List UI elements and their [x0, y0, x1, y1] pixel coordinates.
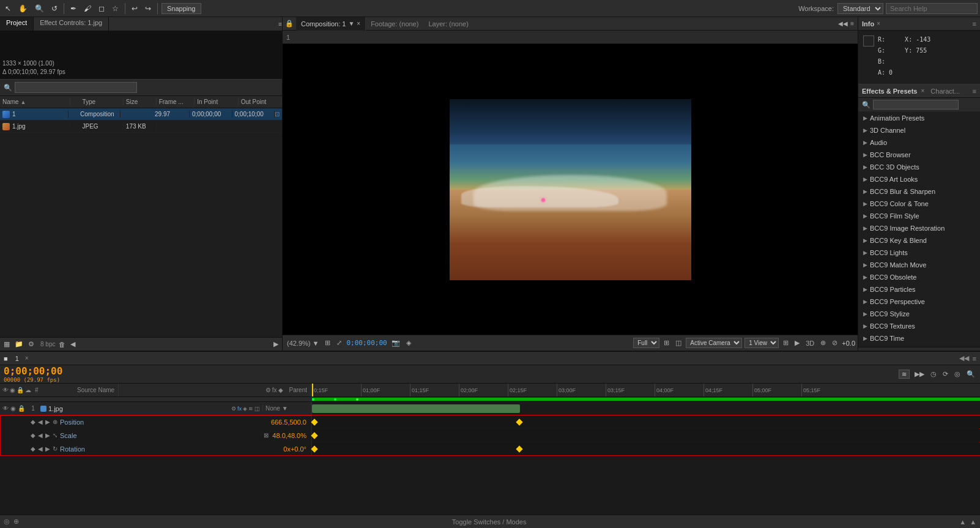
- eraser-tool[interactable]: ◻: [96, 3, 107, 14]
- effect-controls-tab[interactable]: Effect Controls: 1.jpg: [34, 17, 109, 31]
- effect-item-animation-presets[interactable]: ▶ Animation Presets: [858, 112, 980, 124]
- effect-item-bcc9-obsolete[interactable]: ▶ BCC9 Obsolete: [858, 271, 980, 283]
- grid-btn[interactable]: ⊞: [662, 339, 671, 347]
- new-item-btn[interactable]: ▦: [2, 340, 11, 348]
- key-diamond-left-pos[interactable]: ◆: [31, 418, 35, 425]
- effects-close-btn[interactable]: ×: [921, 87, 925, 94]
- effect-item-bcc9-particles[interactable]: ▶ BCC9 Particles: [858, 283, 980, 296]
- nav-left-btn[interactable]: ◀: [69, 340, 76, 348]
- position-value[interactable]: 666.5,500.0: [271, 418, 306, 426]
- nav-right-btn[interactable]: ▶: [272, 340, 280, 348]
- key-rot-end[interactable]: [516, 445, 522, 452]
- effect-item-bcc9-key[interactable]: ▶ BCC9 Key & Blend: [858, 234, 980, 247]
- next-key-rot[interactable]: ▶: [45, 445, 50, 452]
- layer-solo-0[interactable]: ◉: [10, 405, 16, 412]
- tl-ram-preview-btn[interactable]: ▶▶: [913, 370, 926, 378]
- mask-btn[interactable]: ⊘: [830, 339, 839, 347]
- next-key-sc[interactable]: ▶: [45, 432, 50, 439]
- effects-menu-btn[interactable]: ≡: [973, 87, 976, 95]
- viewer-close-btn[interactable]: ≡: [850, 20, 854, 27]
- effect-item-bcc9-image[interactable]: ▶ BCC9 Image Restoration: [858, 222, 980, 234]
- 3d-btn[interactable]: 3D: [804, 340, 816, 347]
- prev-key-rot[interactable]: ◀: [38, 445, 43, 452]
- timeline-close-btn[interactable]: ×: [25, 355, 29, 362]
- composition-tab[interactable]: Composition: 1 ▼ ×: [296, 17, 366, 31]
- tl-scroll-right[interactable]: ▲: [970, 518, 976, 526]
- project-search-input[interactable]: [15, 82, 137, 93]
- info-menu-btn[interactable]: ≡: [973, 20, 976, 28]
- overlay-btn[interactable]: ◈: [404, 339, 413, 347]
- effect-item-bcc9-match[interactable]: ▶ BCC9 Match Move: [858, 259, 980, 271]
- effect-item-bcc9-lights[interactable]: ▶ BCC9 Lights: [858, 247, 980, 259]
- hand-tool[interactable]: ✋: [16, 3, 30, 14]
- col-type[interactable]: Type: [80, 99, 123, 105]
- layer-eye-0[interactable]: 👁: [2, 405, 9, 412]
- tl-solo-btn[interactable]: ◎: [953, 370, 962, 378]
- col-frame[interactable]: Frame ...: [157, 99, 195, 105]
- search-help-input[interactable]: [886, 3, 978, 14]
- effect-item-bcc-browser[interactable]: ▶ BCC Browser: [858, 149, 980, 161]
- zoom-tool[interactable]: 🔍: [32, 3, 46, 14]
- zoom-ctrl-btn[interactable]: (42.9%) ▼: [285, 340, 321, 347]
- pen-tool[interactable]: ✒: [68, 3, 79, 14]
- snapping-btn[interactable]: Snapping: [161, 3, 201, 14]
- select-tool[interactable]: ↖: [2, 3, 13, 14]
- key-rot-start[interactable]: [311, 445, 317, 452]
- project-tab[interactable]: Project: [0, 17, 34, 31]
- key-diamond-left-rot[interactable]: ◆: [31, 445, 35, 452]
- effect-item-bcc9-time[interactable]: ▶ BCC9 Time: [858, 332, 980, 344]
- layer-lock-0[interactable]: 🔒: [18, 405, 25, 412]
- effect-item-3d-channel[interactable]: ▶ 3D Channel: [858, 124, 980, 136]
- key-pos-end[interactable]: [516, 418, 522, 425]
- effect-item-bcc9-stylize[interactable]: ▶ BCC9 Stylize: [858, 308, 980, 320]
- effect-item-bcc9-textures[interactable]: ▶ BCC9 Textures: [858, 320, 980, 332]
- effect-item-audio[interactable]: ▶ Audio: [858, 136, 980, 149]
- parent-dropdown[interactable]: None ▼: [265, 405, 288, 412]
- next-key-pos[interactable]: ▶: [45, 418, 50, 425]
- left-panel-close[interactable]: ≡: [278, 17, 282, 31]
- quality-select[interactable]: Full: [633, 338, 659, 348]
- tl-bottom-btn1[interactable]: ◎: [4, 518, 10, 526]
- tl-scroll-left[interactable]: ▲: [959, 518, 966, 526]
- camera-select[interactable]: Active Camera: [686, 338, 742, 348]
- effects-search-input[interactable]: [873, 100, 959, 110]
- puppet-tool[interactable]: ☆: [110, 3, 121, 14]
- toggle-switches-label[interactable]: Toggle Switches / Modes: [452, 518, 527, 526]
- tl-menu-btn[interactable]: ≡: [973, 355, 976, 362]
- effect-item-bcc9-color[interactable]: ▶ BCC9 Color & Tone: [858, 198, 980, 210]
- tl-bottom-btn2[interactable]: ⊕: [13, 518, 19, 526]
- comp-tab-dropdown[interactable]: ▼: [348, 20, 354, 27]
- effect-item-bcc9-perspective[interactable]: ▶ BCC9 Perspective: [858, 296, 980, 308]
- tl-loop-btn[interactable]: ⟳: [941, 370, 949, 378]
- col-inpoint[interactable]: In Point: [195, 99, 238, 105]
- col-outpoint[interactable]: Out Point: [239, 99, 282, 105]
- prev-key-sc[interactable]: ◀: [38, 432, 43, 439]
- effect-item-bcc9-film[interactable]: ▶ BCC9 Film Style: [858, 210, 980, 222]
- trans-btn[interactable]: ◫: [674, 339, 683, 347]
- render-btn[interactable]: ▶: [793, 339, 801, 347]
- viewer-collapse-btn[interactable]: ◀◀: [838, 20, 848, 27]
- reset-btn[interactable]: ⊕: [819, 339, 828, 347]
- view-select[interactable]: 1 View: [744, 338, 779, 348]
- redo-btn[interactable]: ↪: [143, 3, 154, 14]
- key-sc-start[interactable]: [311, 432, 317, 439]
- key-diamond-left-sc[interactable]: ◆: [31, 432, 35, 439]
- effect-item-bcc9-art[interactable]: ▶ BCC9 Art Looks: [858, 173, 980, 185]
- effect-item-bcc-3d[interactable]: ▶ BCC 3D Objects: [858, 161, 980, 173]
- info-close-btn[interactable]: ×: [877, 20, 880, 27]
- scale-value[interactable]: 48.0,48.0%: [272, 432, 306, 439]
- snapshot-btn[interactable]: 📷: [390, 339, 402, 347]
- tl-draft-btn[interactable]: ◷: [929, 370, 938, 378]
- character-tab[interactable]: Charact...: [930, 87, 960, 95]
- tl-motion-blur-btn[interactable]: ≋: [899, 370, 910, 379]
- prev-key-pos[interactable]: ◀: [38, 418, 43, 425]
- parent-col[interactable]: Parent: [286, 384, 311, 396]
- view-layout-btn[interactable]: ⊞: [781, 339, 790, 347]
- file-row-1[interactable]: 1.jpg JPEG 173 KB: [0, 121, 282, 133]
- comp-tab-close[interactable]: ×: [357, 20, 360, 27]
- source-name-col[interactable]: Source Name: [73, 384, 119, 396]
- expand-btn[interactable]: ⤢: [335, 339, 344, 347]
- file-row-0[interactable]: 1 Composition 29.97 0;00;00;00 0;00;10;0…: [0, 108, 282, 121]
- effect-item-bcc9-blur[interactable]: ▶ BCC9 Blur & Sharpen: [858, 185, 980, 198]
- brush-tool[interactable]: 🖌: [81, 3, 94, 14]
